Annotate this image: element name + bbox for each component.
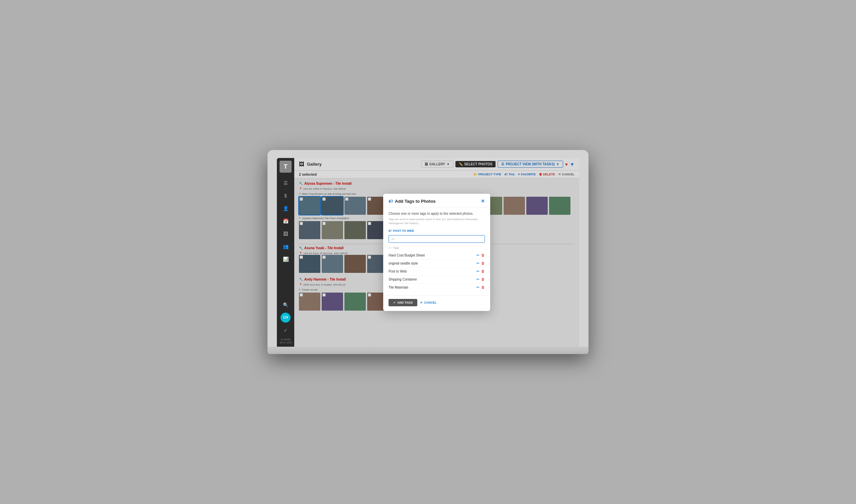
tag-item: Shipping Container ✏ 🗑 bbox=[389, 275, 485, 284]
tag-item: Tile Materials ✏ 🗑 bbox=[389, 284, 485, 291]
tag-name: original seattle style bbox=[389, 262, 418, 265]
tag-section-icon: 🏷 bbox=[389, 246, 392, 250]
modal-overlay: 🏷 Add Tags to Photos ✕ Choose one or mor… bbox=[294, 158, 579, 347]
x-cancel-icon: ✕ bbox=[420, 301, 423, 304]
tag-modal-icon: 🏷 bbox=[389, 199, 393, 204]
tag-name: Hard Cost Budget Sheet bbox=[389, 253, 425, 257]
user-avatar[interactable]: CH bbox=[280, 312, 291, 323]
sidebar-item-person[interactable]: 👤 bbox=[280, 203, 291, 214]
sidebar-item-chart[interactable]: 📊 bbox=[280, 254, 291, 265]
sidebar-item-search[interactable]: 🔍 bbox=[280, 300, 291, 310]
tag-edit-button[interactable]: ✏ bbox=[477, 261, 479, 266]
tag-item-actions: ✏ 🗑 bbox=[477, 285, 485, 290]
modal-hint: Tags are used to make photos easier to f… bbox=[389, 217, 485, 225]
modal-cancel-button[interactable]: ✕ CANCEL bbox=[420, 299, 437, 306]
modal-description: Choose one or more tags to apply to the … bbox=[389, 212, 485, 216]
laptop-base bbox=[268, 347, 588, 354]
tag-delete-button[interactable]: 🗑 bbox=[481, 261, 485, 266]
sidebar: T ☰ $ 👤 📅 🖼 👥 📊 🔍 CH ✓ 11:19 AM bbox=[277, 158, 294, 347]
add-tags-button[interactable]: ✓ ADD TAGS bbox=[389, 299, 417, 306]
tag-delete-button[interactable]: 🗑 bbox=[481, 253, 485, 257]
tag-item-actions: ✏ 🗑 bbox=[477, 269, 485, 273]
tag-item: Post to Web ✏ 🗑 bbox=[389, 268, 485, 275]
tag-input-icon: 🏷 bbox=[392, 237, 395, 241]
sidebar-item-gallery[interactable]: 🖼 bbox=[280, 229, 291, 239]
tag-edit-button[interactable]: ✏ bbox=[477, 253, 479, 257]
modal-close-button[interactable]: ✕ bbox=[481, 198, 485, 204]
sidebar-item-check: ✓ bbox=[280, 325, 291, 336]
add-tags-modal: 🏷 Add Tags to Photos ✕ Choose one or mor… bbox=[383, 194, 490, 311]
tag-delete-button[interactable]: 🗑 bbox=[481, 269, 485, 273]
modal-footer: ✓ ADD TAGS ✕ CANCEL bbox=[383, 295, 490, 311]
main-content: 🖼 Gallery 🖼 GALLERY ▼ ✏️ SELECT PHOTOS bbox=[294, 158, 579, 347]
check-icon: ✓ bbox=[393, 301, 396, 304]
sidebar-item-dollar[interactable]: $ bbox=[280, 191, 291, 201]
tag-item: Hard Cost Budget Sheet ✏ 🗑 bbox=[389, 252, 485, 259]
tags-section-label: 🏷 Tags bbox=[389, 246, 485, 252]
tag-item-actions: ✏ 🗑 bbox=[477, 261, 485, 266]
tag-item: original seattle style ✏ 🗑 bbox=[389, 259, 485, 268]
tag-edit-button[interactable]: ✏ bbox=[477, 285, 479, 290]
tag-delete-button[interactable]: 🗑 bbox=[481, 285, 485, 290]
tag-search-input[interactable] bbox=[396, 237, 482, 241]
tag-edit-button[interactable]: ✏ bbox=[477, 277, 479, 282]
tag-list: Hard Cost Budget Sheet ✏ 🗑 original seat… bbox=[389, 252, 485, 291]
tag-input-wrapper: 🏷 bbox=[389, 235, 485, 243]
tag-item-actions: ✏ 🗑 bbox=[477, 277, 485, 282]
tag-name: Post to Web bbox=[389, 270, 407, 273]
sidebar-logo[interactable]: T bbox=[279, 161, 292, 173]
tag-name: Tile Materials bbox=[389, 286, 408, 289]
tag-item-actions: ✏ 🗑 bbox=[477, 253, 485, 257]
sidebar-item-calendar[interactable]: 📅 bbox=[280, 216, 291, 227]
time-display: 11:19 AM Jan 8, 2023 bbox=[279, 338, 292, 344]
sidebar-item-team[interactable]: 👥 bbox=[280, 241, 291, 252]
post-to-web-button[interactable]: 🏷 POST TO WEB bbox=[389, 229, 414, 232]
tag-post-icon: 🏷 bbox=[389, 229, 392, 232]
modal-header: 🏷 Add Tags to Photos ✕ bbox=[383, 194, 490, 208]
tag-name: Shipping Container bbox=[389, 277, 417, 281]
sidebar-item-menu[interactable]: ☰ bbox=[280, 178, 291, 188]
modal-title: 🏷 Add Tags to Photos bbox=[389, 199, 436, 204]
tag-edit-button[interactable]: ✏ bbox=[477, 269, 479, 273]
modal-body: Choose one or more tags to apply to the … bbox=[383, 208, 490, 295]
tag-delete-button[interactable]: 🗑 bbox=[481, 277, 485, 282]
